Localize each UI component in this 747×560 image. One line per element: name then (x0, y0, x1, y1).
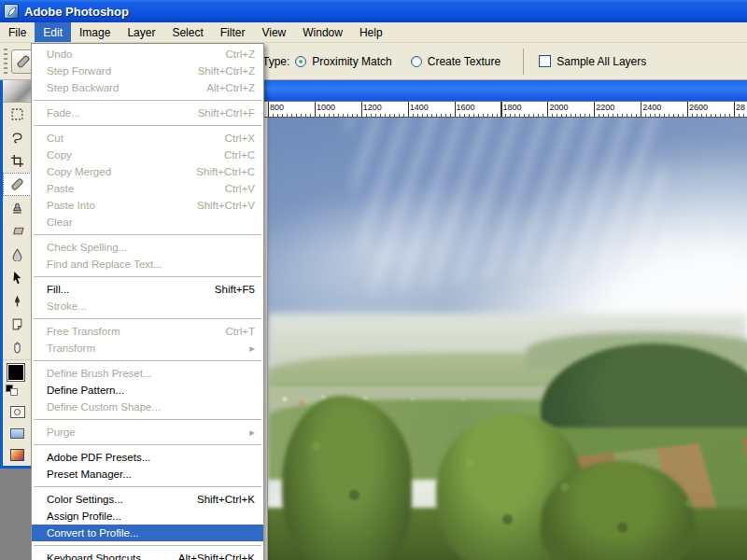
menu-item-fade[interactable]: Fade...Shift+Ctrl+F (32, 105, 263, 121)
lasso-tool[interactable] (3, 126, 32, 149)
foreground-color-swatch[interactable] (7, 364, 24, 381)
type-label: Type: (262, 55, 289, 68)
pen-tool[interactable] (3, 289, 32, 313)
menu-item-purge[interactable]: Purge▸ (32, 424, 263, 441)
rectangular-marquee-tool[interactable] (3, 103, 32, 126)
sample-all-layers-checkbox[interactable] (539, 55, 551, 67)
menu-separator (34, 360, 261, 361)
vertical-ruler (264, 118, 268, 560)
menu-separator (34, 276, 261, 277)
menu-item-fill[interactable]: Fill...Shift+F5 (32, 281, 263, 298)
options-bar-grip[interactable] (4, 49, 7, 75)
ruler-label: 1800 (503, 103, 522, 112)
mini-white-swatch (10, 388, 18, 396)
menu-separator (34, 545, 261, 546)
menu-select[interactable]: Select (163, 22, 211, 42)
canvas-image[interactable] (268, 118, 747, 560)
menu-item-paste[interactable]: PasteCtrl+V (32, 180, 263, 197)
create-texture-radio[interactable] (411, 56, 422, 67)
sample-all-layers-label: Sample All Layers (557, 55, 646, 68)
blur-tool[interactable] (3, 243, 32, 266)
color-well[interactable] (3, 359, 32, 400)
menu-item-define-custom-shape[interactable]: Define Custom Shape... (32, 399, 263, 415)
clone-stamp-icon (10, 201, 24, 215)
menu-item-adobe-pdf-presets[interactable]: Adobe PDF Presets... (32, 449, 263, 466)
create-texture-label: Create Texture (428, 55, 501, 68)
path-selection-tool[interactable] (3, 266, 32, 289)
blur-icon (10, 247, 24, 261)
window-title: Adobe Photoshop (24, 5, 129, 19)
ruler-label: 1200 (363, 103, 382, 112)
hand-tool[interactable] (3, 336, 32, 359)
menu-layer[interactable]: Layer (119, 22, 163, 42)
ruler-label: 2600 (689, 103, 708, 112)
menu-item-clear[interactable]: Clear (32, 214, 263, 231)
menu-item-keyboard-shortcuts[interactable]: Keyboard Shortcuts...Alt+Shift+Ctrl+K (32, 550, 263, 560)
menu-item-color-settings[interactable]: Color Settings...Shift+Ctrl+K (32, 491, 263, 508)
menu-separator (34, 318, 261, 319)
crop-tool[interactable] (3, 149, 32, 173)
rectangular-marquee-icon (10, 107, 24, 121)
edit-menu-dropdown: UndoCtrl+ZStep ForwardShift+Ctrl+ZStep B… (31, 43, 264, 560)
menu-filter[interactable]: Filter (212, 22, 254, 42)
ruler-label: 2000 (549, 103, 568, 112)
window-titlebar[interactable]: Adobe Photoshop (0, 0, 747, 22)
menu-item-step-backward[interactable]: Step BackwardAlt+Ctrl+Z (32, 79, 263, 96)
menu-item-transform[interactable]: Transform▸ (32, 340, 263, 357)
options-divider (523, 49, 524, 75)
pen-icon (10, 294, 24, 308)
menu-item-convert-to-profile[interactable]: Convert to Profile... (32, 525, 263, 541)
toolbox-palette[interactable] (0, 80, 32, 469)
quick-mask-icon (10, 406, 25, 418)
menu-bar: FileEditImageLayerSelectFilterViewWindow… (0, 22, 747, 43)
menu-item-define-brush-preset[interactable]: Define Brush Preset... (32, 365, 263, 382)
menu-window[interactable]: Window (294, 22, 351, 42)
spot-healing-brush-tool[interactable] (3, 173, 32, 196)
menu-item-free-transform[interactable]: Free TransformCtrl+T (32, 323, 263, 340)
proximity-match-label: Proximity Match (312, 55, 391, 68)
document-titlebar[interactable] (264, 80, 747, 101)
lasso-icon (10, 131, 24, 145)
screen-mode-icon (10, 428, 24, 439)
ruler-label: 2400 (642, 103, 661, 112)
menu-item-define-pattern[interactable]: Define Pattern... (32, 382, 263, 399)
toolbox-logo (3, 80, 32, 103)
menu-item-check-spelling[interactable]: Check Spelling... (32, 239, 263, 256)
hand-icon (10, 341, 24, 355)
menu-edit[interactable]: Edit (35, 22, 71, 42)
photoshop-icon (4, 4, 19, 19)
eraser-tool[interactable] (3, 219, 32, 243)
menu-item-cut[interactable]: CutCtrl+X (32, 130, 263, 147)
menu-separator (34, 444, 261, 445)
menu-item-preset-manager[interactable]: Preset Manager... (32, 466, 263, 483)
spot-healing-brush-icon (16, 54, 31, 69)
menu-image[interactable]: Image (71, 22, 119, 42)
menu-item-undo[interactable]: UndoCtrl+Z (32, 46, 263, 63)
horizontal-ruler[interactable]: 8001000120014001600180020002200240026002… (264, 101, 747, 118)
menu-separator (34, 234, 261, 235)
ruler-label: 2200 (596, 103, 614, 112)
notes-tool[interactable] (3, 313, 32, 336)
clone-stamp-tool[interactable] (3, 196, 32, 219)
menu-item-paste-into[interactable]: Paste IntoShift+Ctrl+V (32, 197, 263, 214)
menu-help[interactable]: Help (351, 22, 391, 42)
menu-item-stroke[interactable]: Stroke... (32, 298, 263, 315)
proximity-match-radio[interactable] (295, 56, 306, 67)
menu-separator (34, 125, 261, 126)
quick-mask-button[interactable] (3, 400, 32, 423)
menu-item-assign-profile[interactable]: Assign Profile... (32, 508, 263, 525)
menu-view[interactable]: View (253, 22, 294, 42)
screen-mode-button[interactable] (3, 423, 32, 443)
menu-file[interactable]: File (0, 22, 35, 42)
menu-item-copy[interactable]: CopyCtrl+C (32, 147, 263, 163)
menu-item-step-forward[interactable]: Step ForwardShift+Ctrl+Z (32, 63, 263, 79)
default-colors-icon[interactable] (6, 385, 19, 397)
menu-separator (34, 100, 261, 101)
menu-item-copy-merged[interactable]: Copy MergedShift+Ctrl+C (32, 163, 263, 180)
crop-icon (10, 154, 24, 168)
menu-item-find-and-replace-text[interactable]: Find and Replace Text... (32, 256, 263, 273)
imageready-button[interactable] (3, 443, 32, 466)
ruler-label: 1400 (410, 103, 429, 112)
eraser-icon (10, 224, 24, 238)
ruler-label: 1600 (457, 103, 475, 112)
